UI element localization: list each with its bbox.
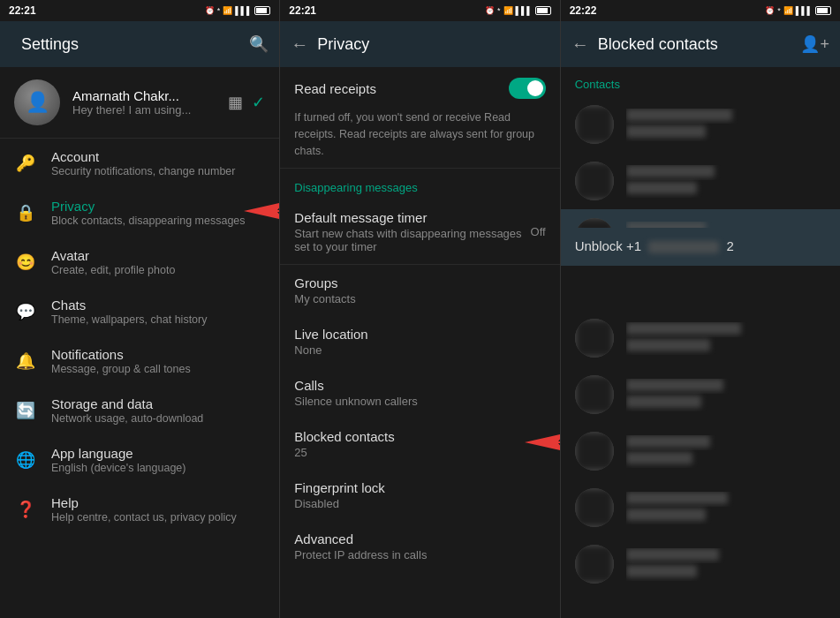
settings-item-help[interactable]: ❓ Help Help centre, contact us, privacy …: [0, 485, 279, 534]
disappearing-section-label: Disappearing messages: [280, 169, 559, 200]
profile-name: Amarnath Chakr...: [72, 88, 216, 103]
privacy-item-live-location[interactable]: Live location None: [280, 316, 559, 367]
battery-icon: [254, 6, 270, 15]
read-receipts-desc: If turned off, you won't send or receive…: [280, 109, 559, 168]
notifications-title: Notifications: [51, 347, 265, 362]
avatar: 👤: [14, 79, 60, 125]
contacts-label: Contacts: [561, 67, 840, 96]
contact-info-8: [626, 548, 826, 581]
chats-icon: 💬: [14, 302, 37, 321]
time-2: 22:21: [289, 4, 316, 17]
settings-item-storage[interactable]: 🔄 Storage and data Network usage, auto-d…: [0, 386, 279, 435]
contact-avatar-7: [575, 488, 614, 527]
battery-icon-3: [815, 6, 831, 15]
privacy-item-read-receipts[interactable]: Read receipts: [280, 67, 559, 109]
signal-icon-2: ▌▌▌: [516, 6, 533, 15]
contact-avatar-2: [575, 162, 614, 200]
privacy-item-timer[interactable]: Default message timer Start new chats wi…: [280, 200, 559, 264]
language-icon: 🌐: [14, 450, 37, 470]
storage-title: Storage and data: [51, 396, 265, 411]
privacy-item-calls[interactable]: Calls Silence unknown callers: [280, 367, 559, 418]
contact-item-8[interactable]: [561, 536, 840, 592]
settings-item-account[interactable]: 🔑 Account Security notifications, change…: [0, 139, 279, 188]
profile-section[interactable]: 👤 Amarnath Chakr... Hey there! I am usin…: [0, 67, 279, 139]
blocked-header: ← Blocked contacts 👤+: [561, 21, 840, 67]
contact-name-6: [626, 435, 826, 450]
unblock-popup[interactable]: Unblock +1 2: [561, 228, 840, 265]
read-receipts-toggle[interactable]: [509, 78, 546, 99]
language-subtitle: English (device's language): [51, 462, 265, 474]
privacy-title: Privacy: [51, 199, 265, 214]
groups-subtitle: My contacts: [294, 292, 545, 305]
help-subtitle: Help centre, contact us, privacy policy: [51, 511, 265, 524]
read-receipts-title: Read receipts: [294, 81, 508, 96]
settings-item-privacy[interactable]: 🔒 Privacy Block contacts, disappearing m…: [0, 188, 279, 237]
privacy-item-advanced[interactable]: Advanced Protect IP address in calls: [280, 521, 559, 572]
contact-item-1[interactable]: [561, 96, 840, 153]
qr-icon[interactable]: ▦: [228, 93, 243, 112]
read-receipts-left: Read receipts: [294, 81, 508, 96]
privacy-text: Privacy Block contacts, disappearing mes…: [51, 199, 265, 227]
fingerprint-title: Fingerprint lock: [294, 480, 545, 495]
settings-item-notifications[interactable]: 🔔 Notifications Message, group & call to…: [0, 336, 279, 386]
contact-item-4[interactable]: [561, 310, 840, 366]
contact-number-4: [626, 339, 826, 355]
settings-item-chats[interactable]: 💬 Chats Theme, wallpapers, chat history: [0, 287, 279, 336]
search-button[interactable]: 🔍: [249, 34, 269, 54]
avatar-setting-title: Avatar: [51, 248, 265, 263]
alarm-icon-2: ⏰: [485, 6, 495, 15]
contact-number-1: [626, 125, 826, 141]
advanced-subtitle: Protect IP address in calls: [294, 548, 545, 561]
contact-avatar-5: [575, 375, 614, 414]
notifications-text: Notifications Message, group & call tone…: [51, 347, 265, 375]
back-button-blocked[interactable]: ←: [571, 34, 589, 55]
contact-avatar-6: [575, 432, 614, 471]
contact-item-6[interactable]: [561, 423, 840, 479]
contact-avatar-4: [575, 319, 614, 358]
contact-number-5: [626, 396, 826, 411]
notifications-icon: 🔔: [14, 351, 37, 371]
avatar-setting-text: Avatar Create, edit, profile photo: [51, 248, 265, 276]
live-location-title: Live location: [294, 327, 545, 342]
settings-item-language[interactable]: 🌐 App language English (device's languag…: [0, 435, 279, 485]
contact-info-7: [626, 492, 826, 524]
back-button-privacy[interactable]: ←: [291, 34, 308, 55]
help-title: Help: [51, 495, 265, 510]
privacy-item-fingerprint[interactable]: Fingerprint lock Disabled: [280, 470, 559, 521]
timer-subtitle: Start new chats with disappearing messag…: [294, 227, 530, 253]
contact-name-5: [626, 379, 826, 394]
contact-info-2: [626, 165, 826, 198]
wifi-icon: 📶: [223, 6, 232, 15]
language-text: App language English (device's language): [51, 446, 265, 474]
settings-panel: 22:21 ⏰ * 📶 ▌▌▌ Settings 🔍 👤 Amarnath Ch…: [0, 0, 280, 618]
contact-number-8: [626, 565, 826, 581]
settings-item-avatar[interactable]: 😊 Avatar Create, edit, profile photo: [0, 237, 279, 287]
fingerprint-subtitle: Disabled: [294, 497, 545, 510]
timer-left: Default message timer Start new chats wi…: [294, 210, 530, 253]
contact-info-1: [626, 109, 826, 141]
svg-marker-1: [525, 433, 560, 451]
storage-subtitle: Network usage, auto-download: [51, 412, 265, 425]
contact-item-5[interactable]: [561, 366, 840, 423]
add-user-button[interactable]: 👤+: [800, 34, 829, 54]
signal-icon-3: ▌▌▌: [796, 6, 813, 15]
bt-icon-3: *: [777, 6, 781, 15]
svg-marker-0: [244, 202, 279, 220]
blocked-contacts-panel: 22:22 ⏰ * 📶 ▌▌▌ ← Blocked contacts 👤+ Co…: [561, 0, 840, 618]
contact-name-4: [626, 322, 826, 337]
groups-title: Groups: [294, 275, 545, 290]
live-location-subtitle: None: [294, 343, 545, 357]
advanced-left: Advanced Protect IP address in calls: [294, 531, 545, 561]
contact-item-2[interactable]: [561, 153, 840, 209]
settings-title: Settings: [11, 21, 240, 67]
privacy-panel: 22:21 ⏰ * 📶 ▌▌▌ ← Privacy Read receipts …: [280, 0, 560, 618]
blocked-header-title: Blocked contacts: [598, 35, 792, 54]
help-icon: ❓: [14, 500, 37, 519]
chats-text: Chats Theme, wallpapers, chat history: [51, 298, 265, 326]
profile-icons: ▦ ✓: [228, 93, 265, 112]
contact-item-7[interactable]: [561, 479, 840, 536]
privacy-item-blocked[interactable]: Blocked contacts 25: [280, 418, 559, 470]
notifications-subtitle: Message, group & call tones: [51, 363, 265, 375]
contact-number-6: [626, 452, 826, 468]
privacy-item-groups[interactable]: Groups My contacts: [280, 265, 559, 316]
